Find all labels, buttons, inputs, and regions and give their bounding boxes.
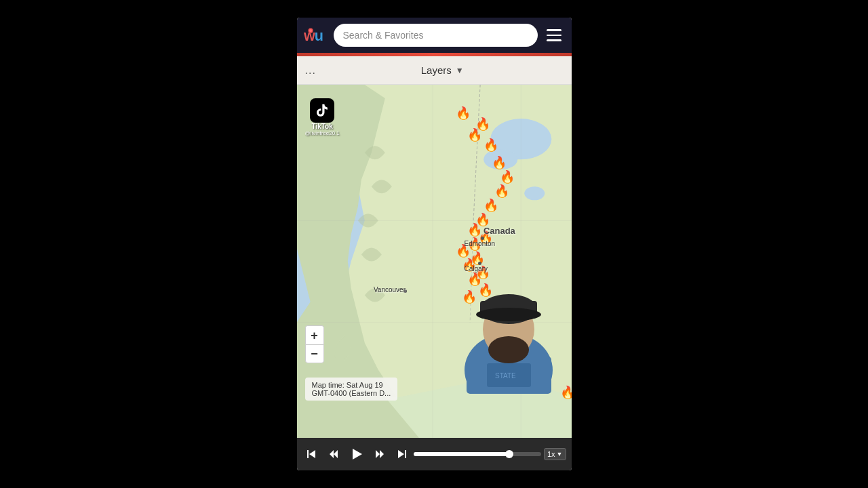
tiktok-icon — [310, 98, 334, 123]
fire-icon: 🔥 — [484, 198, 498, 213]
chevron-down-icon: ▼ — [456, 66, 464, 75]
edmonton-label: Edmonton — [465, 240, 496, 247]
tiktok-name: TikTok — [311, 123, 332, 130]
person-overlay: STATE — [460, 275, 558, 394]
rewind-button[interactable] — [324, 445, 343, 464]
svg-point-7 — [524, 186, 545, 200]
svg-rect-30 — [405, 450, 406, 458]
svg-marker-27 — [353, 449, 362, 460]
speed-chevron-icon: ▼ — [557, 451, 563, 458]
header: w u Search & Favorites — [297, 18, 572, 53]
search-input[interactable]: Search & Favorites — [334, 24, 538, 47]
speed-label: 1x — [547, 450, 555, 458]
tiktok-handle: @livinfree20.1 — [305, 130, 340, 136]
fire-icon: 🔥 — [560, 385, 571, 400]
progress-bar[interactable] — [414, 452, 541, 456]
progress-bar-fill — [414, 452, 509, 456]
fire-icon: 🔥 — [492, 155, 507, 170]
hamburger-line — [547, 39, 561, 41]
canada-label: Canada — [484, 226, 515, 236]
tooltip-line2: GMT-0400 (Eastern D... — [312, 389, 391, 397]
app-container: w u Search & Favorites ... Layers ▼ — [297, 18, 572, 470]
skip-to-start-button[interactable] — [302, 445, 321, 464]
svg-marker-26 — [334, 450, 338, 458]
svg-marker-28 — [376, 450, 380, 458]
layers-label: Layers — [421, 64, 452, 76]
svg-marker-29 — [380, 450, 384, 458]
vancouver-label: Vancouver — [374, 286, 406, 293]
svg-rect-23 — [307, 450, 309, 458]
svg-marker-31 — [398, 450, 404, 458]
map-time-tooltip: Map time: Sat Aug 19 GMT-0400 (Eastern D… — [305, 378, 398, 401]
svg-marker-24 — [309, 450, 315, 458]
speed-selector[interactable]: 1x ▼ — [544, 448, 566, 460]
svg-text:STATE: STATE — [495, 372, 516, 380]
tiktok-overlay: TikTok @livinfree20.1 — [305, 98, 340, 136]
fast-forward-button[interactable] — [370, 445, 389, 464]
wu-logo: w u — [304, 23, 328, 47]
svg-point-3 — [309, 29, 311, 32]
svg-text:u: u — [314, 27, 323, 44]
layers-dropdown[interactable]: ... Layers ▼ — [297, 56, 572, 85]
layers-center: Layers ▼ — [321, 64, 564, 76]
zoom-in-button[interactable]: + — [305, 325, 324, 344]
play-button[interactable] — [346, 443, 368, 465]
hamburger-button[interactable] — [543, 24, 565, 46]
fire-icon: 🔥 — [484, 138, 498, 152]
fire-icon: 🔥 — [500, 169, 515, 184]
progress-handle[interactable] — [505, 450, 513, 458]
hamburger-line — [547, 35, 561, 37]
zoom-out-button[interactable]: − — [305, 344, 324, 363]
svg-point-20 — [488, 336, 529, 363]
fire-icon: 🔥 — [467, 127, 482, 142]
zoom-controls: + − — [305, 325, 324, 363]
fire-icon: 🔥 — [494, 184, 509, 199]
svg-marker-25 — [330, 450, 334, 458]
layers-dots: ... — [305, 64, 316, 77]
calgary-label: Calgary — [465, 265, 488, 272]
tooltip-line1: Map time: Sat Aug 19 — [312, 381, 391, 389]
map-area[interactable]: 🔥 🔥 🔥 🔥 🔥 🔥 🔥 🔥 🔥 🔥 🔥 🔥 🔥 🔥 🔥 🔥 🔥 🔥 🔥 🔥 … — [297, 85, 572, 438]
skip-to-end-button[interactable] — [392, 445, 411, 464]
player-controls: 1x ▼ — [297, 438, 572, 470]
fire-icon: 🔥 — [456, 106, 471, 121]
hamburger-line — [547, 29, 561, 31]
svg-point-19 — [476, 308, 541, 321]
